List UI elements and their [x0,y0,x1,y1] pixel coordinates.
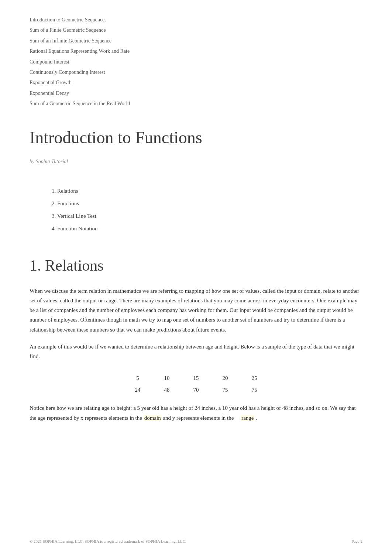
page-footer: © 2021 SOPHIA Learning, LLC. SOPHIA is a… [30,538,362,545]
toc-item-9[interactable]: Sum of a Geometric Sequence in the Real … [30,99,362,109]
contents-item-3: 3. Vertical Line Test [52,210,362,222]
contents-item-1: 1. Relations [52,185,362,197]
table-cell: 75 [211,384,240,397]
section1-title: 1. Relations [30,253,362,278]
toc-item-2[interactable]: Sum of a Finite Geometric Sequence [30,25,362,35]
toc-item-8[interactable]: Exponential Decay [30,88,362,99]
toc-item-4[interactable]: Rational Equations Representing Work and… [30,46,362,56]
contents-item-4: 4. Function Notation [52,222,362,235]
toc-item-6[interactable]: Continuously Compounding Interest [30,67,362,78]
toc-item-3[interactable]: Sum of an Infinite Geometric Sequence [30,36,362,46]
body3-highlight-range: range [241,415,254,421]
table-row-height: 24 48 70 75 75 [123,384,269,397]
contents-list: 1. Relations 2. Functions 3. Vertical Li… [30,185,362,235]
table-cell: 25 [240,371,269,384]
table-cell: 75 [240,384,269,397]
body3-highlight-domain: domain [144,415,162,421]
section1-body1: When we discuss the term relation in mat… [30,286,362,334]
toc-list: Introduction to Geometric Sequences Sum … [30,15,362,109]
footer-page-number: Page 2 [351,538,362,545]
toc-item-7[interactable]: Exponential Growth [30,78,362,88]
section1-body2: An example of this would be if we wanted… [30,342,362,361]
page: Introduction to Geometric Sequences Sum … [0,0,392,556]
toc-item-1[interactable]: Introduction to Geometric Sequences [30,15,362,25]
body3-end: . [256,415,257,421]
table-cell: 15 [182,371,211,384]
table-cell: 70 [182,384,211,397]
author-byline: by Sophia Tutorial [30,158,362,166]
table-cell: 24 [123,384,152,397]
table-cell: 20 [211,371,240,384]
contents-item-2: 2. Functions [52,197,362,210]
body3-cont: and y represents elements in the [163,415,234,421]
table-cell: 5 [123,371,152,384]
footer-copyright: © 2021 SOPHIA Learning, LLC. SOPHIA is a… [30,538,186,545]
toc-item-5[interactable]: Compound Interest [30,57,362,67]
page-title: Introduction to Functions [30,124,362,151]
age-height-table: 5 10 15 20 25 24 48 70 75 75 [123,371,269,397]
table-cell: 48 [152,384,182,397]
data-table-wrapper: 5 10 15 20 25 24 48 70 75 75 [30,371,362,397]
table-row-age: 5 10 15 20 25 [123,371,269,384]
section1-body3: Notice here how we are relating age to h… [30,403,362,423]
table-cell: 10 [152,371,182,384]
